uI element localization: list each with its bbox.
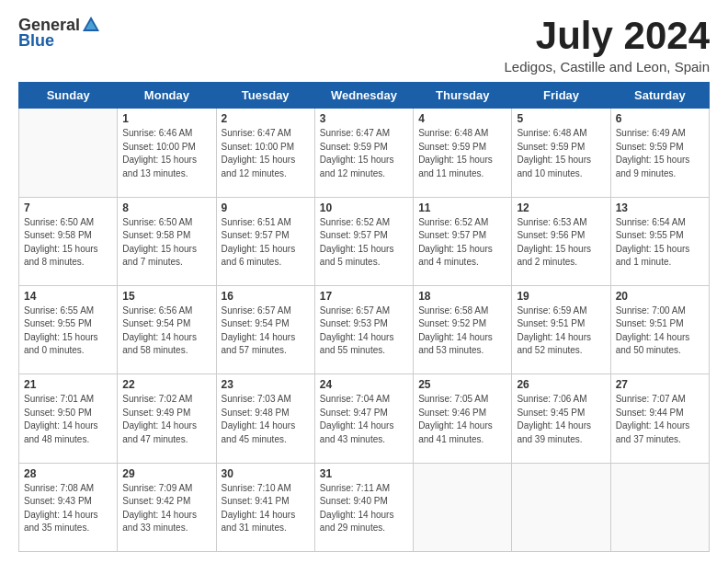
day-number: 30: [222, 467, 310, 480]
calendar-week-row: 1Sunrise: 6:46 AM Sunset: 10:00 PM Dayli…: [19, 109, 710, 197]
day-info: Sunrise: 6:51 AM Sunset: 9:57 PM Dayligh…: [222, 216, 310, 270]
day-info: Sunrise: 7:10 AM Sunset: 9:41 PM Dayligh…: [222, 482, 310, 535]
day-number: 18: [418, 290, 506, 303]
header-saturday: Saturday: [610, 83, 709, 109]
table-row: 19Sunrise: 6:59 AM Sunset: 9:51 PM Dayli…: [512, 285, 610, 373]
day-info: Sunrise: 6:53 AM Sunset: 9:56 PM Dayligh…: [517, 216, 605, 270]
header-wednesday: Wednesday: [314, 83, 413, 109]
day-number: 17: [320, 290, 408, 303]
table-row: 7Sunrise: 6:50 AM Sunset: 9:58 PM Daylig…: [19, 197, 118, 285]
header-thursday: Thursday: [414, 83, 512, 109]
table-row: 22Sunrise: 7:02 AM Sunset: 9:49 PM Dayli…: [118, 374, 216, 463]
calendar-week-row: 14Sunrise: 6:55 AM Sunset: 9:55 PM Dayli…: [19, 285, 710, 373]
day-info: Sunrise: 7:07 AM Sunset: 9:44 PM Dayligh…: [616, 393, 704, 446]
day-info: Sunrise: 6:46 AM Sunset: 10:00 PM Daylig…: [122, 127, 210, 180]
table-row: 24Sunrise: 7:04 AM Sunset: 9:47 PM Dayli…: [314, 374, 413, 463]
table-row: 3Sunrise: 6:47 AM Sunset: 9:59 PM Daylig…: [314, 109, 413, 197]
day-number: 25: [418, 378, 506, 391]
day-info: Sunrise: 6:57 AM Sunset: 9:54 PM Dayligh…: [222, 304, 310, 358]
table-row: 6Sunrise: 6:49 AM Sunset: 9:59 PM Daylig…: [610, 109, 709, 197]
day-info: Sunrise: 6:52 AM Sunset: 9:57 PM Dayligh…: [320, 216, 408, 270]
calendar-header-row: Sunday Monday Tuesday Wednesday Thursday…: [19, 83, 710, 109]
day-number: 31: [320, 467, 408, 480]
table-row: 12Sunrise: 6:53 AM Sunset: 9:56 PM Dayli…: [512, 197, 610, 285]
day-info: Sunrise: 6:58 AM Sunset: 9:52 PM Dayligh…: [418, 304, 506, 358]
day-number: 20: [616, 290, 704, 303]
table-row: 8Sunrise: 6:50 AM Sunset: 9:58 PM Daylig…: [118, 197, 216, 285]
day-number: 11: [418, 201, 506, 214]
day-info: Sunrise: 7:11 AM Sunset: 9:40 PM Dayligh…: [320, 482, 408, 535]
day-number: 3: [320, 112, 408, 125]
table-row: 16Sunrise: 6:57 AM Sunset: 9:54 PM Dayli…: [216, 285, 314, 373]
day-number: 22: [122, 378, 210, 391]
day-number: 5: [517, 112, 605, 125]
day-info: Sunrise: 6:48 AM Sunset: 9:59 PM Dayligh…: [418, 127, 506, 180]
day-info: Sunrise: 7:05 AM Sunset: 9:46 PM Dayligh…: [418, 393, 506, 446]
day-info: Sunrise: 7:01 AM Sunset: 9:50 PM Dayligh…: [24, 393, 112, 446]
table-row: 30Sunrise: 7:10 AM Sunset: 9:41 PM Dayli…: [216, 463, 314, 551]
day-number: 6: [616, 112, 704, 125]
table-row: 21Sunrise: 7:01 AM Sunset: 9:50 PM Dayli…: [19, 374, 118, 463]
day-info: Sunrise: 7:06 AM Sunset: 9:45 PM Dayligh…: [517, 393, 605, 446]
table-row: 11Sunrise: 6:52 AM Sunset: 9:57 PM Dayli…: [414, 197, 512, 285]
table-row: 15Sunrise: 6:56 AM Sunset: 9:54 PM Dayli…: [118, 285, 216, 373]
table-row: 20Sunrise: 7:00 AM Sunset: 9:51 PM Dayli…: [610, 285, 709, 373]
day-number: 14: [24, 290, 112, 303]
calendar-week-row: 21Sunrise: 7:01 AM Sunset: 9:50 PM Dayli…: [19, 374, 710, 463]
header-tuesday: Tuesday: [216, 83, 314, 109]
day-number: 24: [320, 378, 408, 391]
header: General Blue July 2024 Ledigos, Castille…: [18, 15, 710, 75]
logo: General Blue: [18, 15, 102, 51]
day-number: 19: [517, 290, 605, 303]
day-number: 1: [122, 112, 210, 125]
table-row: 31Sunrise: 7:11 AM Sunset: 9:40 PM Dayli…: [314, 463, 413, 551]
month-title: July 2024: [505, 15, 711, 57]
day-info: Sunrise: 6:57 AM Sunset: 9:53 PM Dayligh…: [320, 304, 408, 358]
table-row: 23Sunrise: 7:03 AM Sunset: 9:48 PM Dayli…: [216, 374, 314, 463]
day-info: Sunrise: 7:03 AM Sunset: 9:48 PM Dayligh…: [222, 393, 310, 446]
table-row: 17Sunrise: 6:57 AM Sunset: 9:53 PM Dayli…: [314, 285, 413, 373]
day-number: 28: [24, 467, 112, 480]
day-number: 29: [122, 467, 210, 480]
day-info: Sunrise: 6:50 AM Sunset: 9:58 PM Dayligh…: [122, 216, 210, 270]
header-friday: Friday: [512, 83, 610, 109]
header-monday: Monday: [118, 83, 216, 109]
day-info: Sunrise: 6:56 AM Sunset: 9:54 PM Dayligh…: [122, 304, 210, 358]
day-info: Sunrise: 6:54 AM Sunset: 9:55 PM Dayligh…: [616, 216, 704, 270]
title-area: July 2024 Ledigos, Castille and Leon, Sp…: [505, 15, 711, 75]
day-info: Sunrise: 6:52 AM Sunset: 9:57 PM Dayligh…: [418, 216, 506, 270]
day-number: 4: [418, 112, 506, 125]
day-info: Sunrise: 6:47 AM Sunset: 9:59 PM Dayligh…: [320, 127, 408, 180]
day-number: 27: [616, 378, 704, 391]
table-row: 1Sunrise: 6:46 AM Sunset: 10:00 PM Dayli…: [118, 109, 216, 197]
day-number: 9: [222, 201, 310, 214]
day-info: Sunrise: 6:55 AM Sunset: 9:55 PM Dayligh…: [24, 304, 112, 358]
day-number: 2: [222, 112, 310, 125]
table-row: 5Sunrise: 6:48 AM Sunset: 9:59 PM Daylig…: [512, 109, 610, 197]
table-row: 14Sunrise: 6:55 AM Sunset: 9:55 PM Dayli…: [19, 285, 118, 373]
page: General Blue July 2024 Ledigos, Castille…: [0, 0, 728, 563]
day-number: 8: [122, 201, 210, 214]
table-row: 10Sunrise: 6:52 AM Sunset: 9:57 PM Dayli…: [314, 197, 413, 285]
calendar-week-row: 28Sunrise: 7:08 AM Sunset: 9:43 PM Dayli…: [19, 463, 710, 551]
table-row: [512, 463, 610, 551]
day-number: 23: [222, 378, 310, 391]
table-row: 18Sunrise: 6:58 AM Sunset: 9:52 PM Dayli…: [414, 285, 512, 373]
day-number: 21: [24, 378, 112, 391]
day-info: Sunrise: 6:47 AM Sunset: 10:00 PM Daylig…: [222, 127, 310, 180]
table-row: [414, 463, 512, 551]
table-row: 2Sunrise: 6:47 AM Sunset: 10:00 PM Dayli…: [216, 109, 314, 197]
day-number: 13: [616, 201, 704, 214]
table-row: 29Sunrise: 7:09 AM Sunset: 9:42 PM Dayli…: [118, 463, 216, 551]
logo-blue-text: Blue: [18, 31, 54, 51]
table-row: [19, 109, 118, 197]
table-row: 28Sunrise: 7:08 AM Sunset: 9:43 PM Dayli…: [19, 463, 118, 551]
calendar-week-row: 7Sunrise: 6:50 AM Sunset: 9:58 PM Daylig…: [19, 197, 710, 285]
day-info: Sunrise: 7:08 AM Sunset: 9:43 PM Dayligh…: [24, 482, 112, 535]
logo-icon: [81, 15, 101, 35]
table-row: 27Sunrise: 7:07 AM Sunset: 9:44 PM Dayli…: [610, 374, 709, 463]
table-row: 26Sunrise: 7:06 AM Sunset: 9:45 PM Dayli…: [512, 374, 610, 463]
table-row: 9Sunrise: 6:51 AM Sunset: 9:57 PM Daylig…: [216, 197, 314, 285]
table-row: 4Sunrise: 6:48 AM Sunset: 9:59 PM Daylig…: [414, 109, 512, 197]
location: Ledigos, Castille and Leon, Spain: [505, 59, 711, 75]
